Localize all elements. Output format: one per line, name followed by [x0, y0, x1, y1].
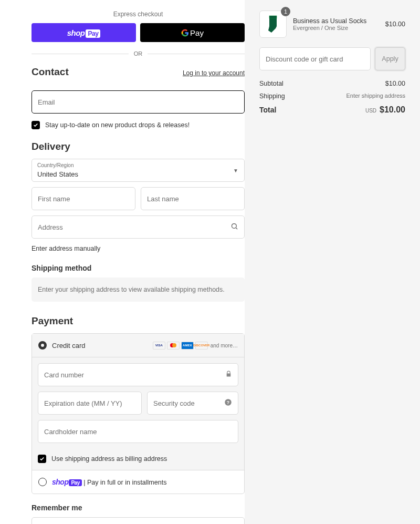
- address-input[interactable]: [32, 215, 245, 239]
- shipping-value: Enter shipping address: [346, 93, 405, 100]
- check-icon: [33, 122, 38, 128]
- billing-address-label: Use shipping address as billing address: [51, 455, 167, 463]
- discount-code-input[interactable]: [259, 47, 371, 70]
- last-name-input[interactable]: [141, 187, 245, 210]
- email-input[interactable]: [32, 90, 245, 114]
- shop-pay-option-label: shopPay | Pay in full or in installments: [52, 478, 166, 486]
- credit-card-label: Credit card: [52, 342, 86, 350]
- shop-pay-logo: shopPay: [67, 28, 101, 37]
- discover-icon: DISCOVER: [195, 342, 208, 350]
- expiry-input[interactable]: [38, 392, 142, 415]
- chevron-down-icon: ▼: [233, 168, 238, 173]
- help-icon[interactable]: ?: [224, 398, 232, 408]
- billing-address-checkbox[interactable]: [38, 455, 46, 463]
- contact-heading: Contact: [32, 66, 69, 78]
- total-value: $10.00: [380, 105, 405, 114]
- check-icon: [39, 456, 45, 461]
- shop-pay-option[interactable]: shopPay | Pay in full or in installments: [32, 470, 244, 494]
- shipping-label: Shipping: [259, 93, 285, 100]
- card-number-input[interactable]: [38, 363, 238, 386]
- or-divider: OR: [32, 50, 245, 57]
- google-icon: [181, 29, 189, 37]
- svg-point-0: [232, 224, 237, 229]
- cart-item: 1 Business as Usual Socks Evergreen / On…: [259, 11, 405, 38]
- svg-rect-5: [269, 16, 277, 18]
- subtotal-value: $10.00: [385, 80, 405, 87]
- search-icon: [230, 222, 238, 232]
- login-link[interactable]: Log in to your account: [183, 69, 245, 77]
- subtotal-label: Subtotal: [259, 80, 284, 87]
- product-variant: Evergreen / One Size: [293, 25, 379, 31]
- credit-card-radio[interactable]: [38, 341, 47, 350]
- first-name-input[interactable]: [32, 187, 135, 210]
- shipping-method-message: Enter your shipping address to view avai…: [32, 278, 245, 302]
- payment-heading: Payment: [32, 315, 245, 327]
- quantity-badge: 1: [281, 7, 290, 16]
- lock-icon: [225, 371, 232, 379]
- amex-icon: AMEX: [181, 342, 194, 350]
- svg-point-2: [172, 343, 176, 347]
- delivery-heading: Delivery: [32, 141, 245, 152]
- visa-icon: VISA: [153, 342, 165, 350]
- enter-address-manually-link[interactable]: Enter address manually: [32, 245, 245, 252]
- country-value: United States: [37, 170, 78, 178]
- total-label: Total: [259, 106, 276, 114]
- shop-pay-button[interactable]: shopPay: [32, 23, 136, 42]
- card-brand-icons: VISA AMEX DISCOVER and more…: [153, 342, 238, 350]
- product-price: $10.00: [385, 20, 405, 28]
- cardholder-name-input[interactable]: [38, 420, 238, 443]
- apply-button[interactable]: Apply: [375, 47, 405, 70]
- sock-icon: [267, 15, 279, 34]
- google-pay-logo: Pay: [181, 28, 204, 37]
- shipping-method-heading: Shipping method: [32, 264, 245, 272]
- google-pay-button[interactable]: Pay: [140, 23, 245, 42]
- svg-text:?: ?: [227, 400, 229, 405]
- total-currency: USD: [365, 108, 376, 114]
- remember-me-heading: Remember me: [32, 504, 245, 512]
- credit-card-option[interactable]: Credit card VISA AMEX DISCOVER and more…: [32, 334, 244, 357]
- shop-pay-radio[interactable]: [38, 478, 47, 486]
- newsletter-checkbox[interactable]: [32, 121, 40, 129]
- express-checkout-label: Express checkout: [32, 11, 245, 18]
- product-name: Business as Usual Socks: [293, 17, 379, 25]
- mastercard-icon: [167, 342, 180, 350]
- newsletter-label: Stay up-to-date on new product drops & r…: [45, 121, 190, 129]
- and-more-label: and more…: [211, 343, 238, 348]
